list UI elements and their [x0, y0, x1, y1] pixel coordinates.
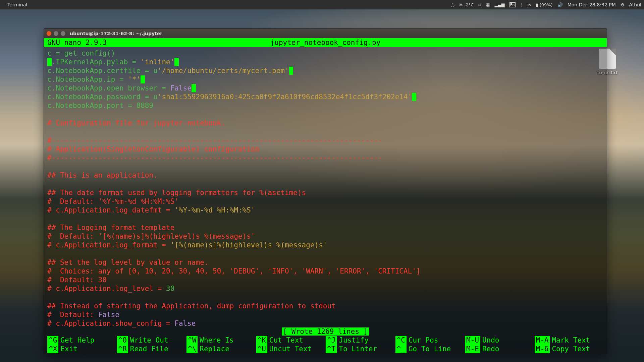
code-comment: ## This is an application.	[47, 171, 158, 179]
dropbox-icon[interactable]: ⧈	[478, 2, 481, 7]
code-comment: # c.Application.log_level =	[47, 285, 166, 293]
code-kw: False	[174, 319, 196, 327]
code-comment: # Default: 30	[47, 276, 107, 284]
nano-help-key: ^O	[117, 336, 128, 345]
cursor	[412, 93, 416, 101]
code-comment: # c.Application.log_datefmt =	[47, 206, 174, 214]
nano-help-label: Copy Text	[552, 345, 590, 353]
nano-help-key: ^J	[326, 336, 337, 345]
nano-help-label: Write Out	[130, 336, 168, 345]
code-comment: # Choices: any of [0, 10, 20, 30, 40, 50…	[47, 267, 421, 275]
calendar-icon[interactable]: ▦	[486, 2, 490, 7]
code-str: '*'	[128, 75, 141, 83]
nano-help-item: ^UUncut Text	[256, 345, 325, 353]
nano-header: GNU nano 2.9.3 jupyter_notebook_config.p…	[44, 38, 607, 47]
nano-help-label: Mark Text	[552, 336, 590, 345]
code-line: c.NotebookApp.ip =	[47, 75, 128, 83]
nano-help-item: ^\Replace	[186, 345, 256, 353]
nano-help-key: ^G	[47, 336, 58, 345]
nano-help-label: Where Is	[200, 336, 233, 345]
nano-help-label: Cur Pos	[409, 336, 438, 345]
nano-help-key: M-6	[535, 345, 550, 353]
app-menu[interactable]: Terminal	[7, 2, 27, 7]
nano-help-label: Redo	[482, 345, 499, 353]
terminal-window[interactable]: ubuntu@ip-172-31-62-8: ~/.jupyter GNU na…	[44, 28, 607, 354]
weather-value: -2°C	[464, 2, 474, 7]
minimize-icon[interactable]	[54, 31, 58, 36]
nano-help-item: ^OWrite Out	[117, 336, 186, 345]
window-titlebar[interactable]: ubuntu@ip-172-31-62-8: ~/.jupyter	[44, 29, 607, 38]
nano-help-item: ^TTo Linter	[326, 345, 395, 353]
input-source-indicator[interactable]: En	[509, 2, 516, 7]
nano-help-item: ^CCur Pos	[395, 336, 465, 345]
weather-indicator[interactable]: ❄ -2°C	[459, 2, 474, 7]
bluetooth-icon[interactable]: ᛒ	[520, 2, 523, 7]
nano-status-text: [ Wrote 1269 lines ]	[282, 327, 369, 336]
nano-help-item: M-6Copy Text	[535, 345, 604, 353]
nano-help-key: ^T	[326, 345, 337, 353]
nano-help-item: M-AMark Text	[535, 336, 604, 345]
nano-help-item: ^KCut Text	[256, 336, 325, 345]
nano-status: [ Wrote 1269 lines ]	[44, 327, 607, 336]
nano-help-item: M-UUndo	[465, 336, 534, 345]
code-comment: # Default: '[%(name)s]%(highlevel)s %(me…	[47, 232, 255, 240]
window-title: ubuntu@ip-172-31-62-8: ~/.jupyter	[70, 31, 162, 36]
nano-help-label: Uncut Text	[269, 345, 312, 353]
nano-help-label: Exit	[60, 345, 77, 353]
nano-help-key: ^K	[256, 336, 267, 345]
code-comment: #---------------------------------------…	[47, 136, 382, 144]
code-str: '/home/ubuntu/certs/mycert.pem'	[158, 67, 289, 75]
code-line: c = get_config()	[47, 49, 115, 57]
nano-help-label: Get Help	[60, 336, 94, 345]
code-comment: # c.Application.log_format =	[47, 241, 170, 249]
close-icon[interactable]	[47, 31, 51, 36]
cursor: c	[47, 58, 52, 66]
cursor	[192, 84, 196, 92]
code-comment: # Default:	[47, 311, 98, 319]
nano-help-item: ^_Go To Line	[395, 345, 465, 353]
mail-icon[interactable]: ✉	[528, 2, 531, 7]
indicator-messaging-icon[interactable]: ◌	[450, 2, 454, 7]
nano-help-label: Read File	[130, 345, 168, 353]
code-kw: False	[98, 311, 119, 319]
nano-help-label: Go To Line	[409, 345, 451, 353]
nano-help-item: ^GGet Help	[47, 336, 116, 345]
maximize-icon[interactable]	[61, 31, 65, 36]
code-comment: ## Instead of starting the Application, …	[47, 302, 336, 310]
code-num: 30	[166, 285, 174, 293]
code-comment: ## The date format used by logging forma…	[47, 189, 306, 197]
nano-body[interactable]: c = get_config() c.IPKernelApp.pylab = '…	[44, 47, 607, 353]
code-line: c.NotebookApp.certfile = u	[47, 67, 158, 75]
nano-help-key: ^X	[47, 345, 58, 353]
user-menu[interactable]: Athul	[629, 2, 641, 7]
code-line: c.NotebookApp.password = u	[47, 93, 158, 101]
code-line: c.NotebookApp.port =	[47, 102, 137, 110]
nano-help-key: ^W	[186, 336, 198, 345]
volume-icon[interactable]: 🔊	[557, 2, 563, 7]
gear-icon[interactable]: ⚙	[621, 2, 625, 7]
code-comment: # Default: '%Y-%m-%d %H:%M:%S'	[47, 197, 179, 205]
nano-help-item: ^XExit	[47, 345, 116, 353]
cursor	[289, 67, 293, 75]
nano-editor[interactable]: GNU nano 2.9.3 jupyter_notebook_config.p…	[44, 38, 607, 47]
cursor	[174, 58, 179, 66]
nano-help-item: ^RRead File	[117, 345, 186, 353]
nano-help-label: Replace	[200, 345, 229, 353]
code-str: 'sha1:5592963916a0:425ca0f9f2a610f96cd85…	[158, 93, 412, 101]
nano-help-key: M-E	[465, 345, 480, 353]
code-line: c.NotebookApp.open_browser =	[47, 84, 170, 92]
nano-help-label: Cut Text	[269, 336, 303, 345]
nano-version: GNU nano 2.9.3	[44, 38, 107, 47]
nano-help-item: ^JJustify	[326, 336, 395, 345]
wifi-icon[interactable]: ▂▄▆	[495, 2, 505, 7]
code-comment: # Application(SingletonConfigurable) con…	[47, 145, 259, 153]
battery-indicator[interactable]: ▮ (99%)	[536, 2, 552, 7]
code-comment: ## The Logging format template	[47, 224, 174, 232]
nano-help-label: To Linter	[339, 345, 377, 353]
top-panel: Terminal ◌ ❄ -2°C ⧈ ▦ ▂▄▆ En ᛒ ✉ ▮ (99%)…	[0, 0, 644, 9]
code-kw: False	[170, 84, 192, 92]
code-comment: ## Set the log level by value or name.	[47, 258, 208, 266]
nano-help-key: ^R	[117, 345, 128, 353]
nano-help-key: ^_	[395, 345, 407, 353]
clock[interactable]: Mon Dec 28 8:32 PM	[568, 2, 616, 7]
